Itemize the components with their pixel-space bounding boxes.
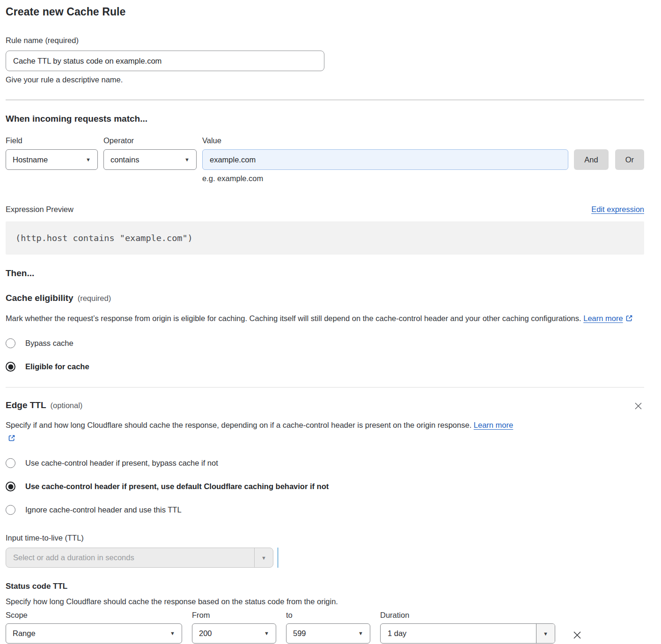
operator-select[interactable]: contains ▼ [103, 149, 197, 170]
edit-expression-link[interactable]: Edit expression [591, 205, 644, 214]
operator-select-value: contains [110, 155, 139, 164]
edge-ttl-close-button[interactable] [632, 400, 644, 412]
radio-circle-selected-icon [6, 482, 15, 491]
expression-header: Expression Preview Edit expression [6, 205, 644, 214]
chevron-down-icon: ▼ [86, 157, 91, 162]
scope-column: Scope Range ▼ [6, 611, 182, 644]
from-select[interactable]: 200 ▼ [192, 623, 276, 644]
value-label: Value [202, 136, 568, 145]
cache-eligibility-description-text: Mark whether the request’s response from… [6, 314, 581, 322]
edge-ttl-description-text: Specify if and how long Cloudflare shoul… [6, 421, 471, 429]
to-label: to [286, 611, 370, 620]
and-button[interactable]: And [574, 149, 608, 170]
status-code-ttl-row: Scope Range ▼ From 200 ▼ to 599 ▼ Durati… [6, 611, 644, 644]
value-input[interactable] [202, 149, 568, 170]
chevron-down-icon: ▼ [170, 631, 175, 636]
expression-code: (http.host contains "example.com") [15, 233, 193, 243]
section-divider-light [6, 387, 644, 388]
page-title: Create new Cache Rule [6, 6, 644, 18]
learn-more-label: Learn more [474, 421, 513, 429]
field-select-value: Hostname [13, 155, 48, 164]
radio-label: Use cache-control header if present, byp… [25, 459, 218, 468]
radio-option-ignore-header[interactable]: Ignore cache-control header and use this… [6, 505, 182, 515]
edge-ttl-heading-group: Edge TTL (optional) [6, 400, 82, 410]
ttl-select-placeholder: Select or add a duration in seconds [6, 553, 254, 562]
external-link-icon [625, 315, 633, 322]
chevron-down-icon: ▼ [264, 631, 269, 636]
scope-select[interactable]: Range ▼ [6, 623, 182, 644]
duration-column: Duration 1 day ▼ [380, 611, 555, 644]
close-icon [633, 401, 643, 411]
text-cursor [277, 548, 279, 568]
status-code-ttl-heading: Status code TTL [6, 582, 644, 591]
match-condition-row: Field Hostname ▼ Operator contains ▼ Val… [6, 136, 644, 183]
section-divider [6, 100, 644, 100]
radio-label: Eligible for cache [25, 362, 89, 371]
expression-preview-box: (http.host contains "example.com") [6, 221, 644, 255]
radio-label: Ignore cache-control header and use this… [25, 505, 182, 514]
radio-circle-selected-icon [6, 362, 15, 372]
chevron-down-icon: ▼ [358, 631, 363, 636]
operator-label: Operator [103, 136, 197, 145]
create-cache-rule-form: Create new Cache Rule Rule name (require… [0, 0, 661, 644]
cache-eligibility-heading-row: Cache eligibility (required) [6, 293, 644, 303]
then-heading: Then... [6, 268, 644, 278]
cache-eligibility-learn-more-link[interactable]: Learn more [583, 314, 632, 322]
chevron-down-icon: ▼ [184, 157, 190, 162]
duration-select[interactable]: 1 day ▼ [380, 623, 555, 644]
scope-select-value: Range [13, 629, 36, 638]
value-column: Value e.g. example.com [202, 136, 568, 183]
cache-eligibility-qualifier: (required) [78, 294, 111, 303]
value-helper: e.g. example.com [202, 174, 568, 183]
radio-circle-icon [6, 505, 15, 515]
ttl-input-row: Select or add a duration in seconds ▼ [6, 548, 644, 568]
from-select-value: 200 [199, 629, 212, 638]
cache-eligibility-description: Mark whether the request’s response from… [6, 312, 635, 325]
radio-circle-icon [6, 458, 15, 468]
radio-option-eligible-for-cache[interactable]: Eligible for cache [6, 362, 89, 372]
to-select[interactable]: 599 ▼ [286, 623, 370, 644]
radio-circle-icon [6, 338, 15, 348]
rule-name-helper: Give your rule a descriptive name. [6, 75, 644, 84]
ttl-duration-select[interactable]: Select or add a duration in seconds ▼ [6, 548, 273, 568]
external-link-icon [8, 434, 15, 442]
chevron-down-icon: ▼ [536, 624, 555, 643]
field-label: Field [6, 136, 98, 145]
expression-preview-label: Expression Preview [6, 205, 73, 214]
duration-select-value: 1 day [381, 629, 536, 638]
scope-label: Scope [6, 611, 182, 620]
learn-more-label: Learn more [583, 314, 623, 322]
status-code-ttl-description: Specify how long Cloudflare should cache… [6, 597, 644, 606]
chevron-down-icon: ▼ [254, 548, 273, 567]
or-button[interactable]: Or [615, 149, 644, 170]
condition-buttons: And Or [574, 136, 644, 170]
from-label: From [192, 611, 276, 620]
radio-label: Bypass cache [25, 339, 73, 348]
close-icon [572, 629, 583, 641]
edge-ttl-description: Specify if and how long Cloudflare shoul… [6, 418, 523, 445]
match-heading: When incoming requests match... [6, 114, 644, 124]
field-select[interactable]: Hostname ▼ [6, 149, 98, 170]
to-select-value: 599 [293, 629, 306, 638]
radio-option-use-header-default[interactable]: Use cache-control header if present, use… [6, 482, 329, 491]
ttl-input-label: Input time-to-live (TTL) [6, 534, 644, 542]
remove-status-row-button[interactable] [571, 629, 584, 642]
edge-ttl-heading-row: Edge TTL (optional) [6, 400, 644, 412]
cache-eligibility-heading: Cache eligibility [6, 293, 73, 303]
rule-name-input[interactable] [6, 51, 324, 71]
edge-ttl-qualifier: (optional) [51, 401, 83, 410]
to-column: to 599 ▼ [286, 611, 370, 644]
remove-row-wrap [571, 611, 584, 643]
radio-label: Use cache-control header if present, use… [25, 482, 329, 491]
from-column: From 200 ▼ [192, 611, 276, 644]
edge-ttl-heading: Edge TTL [6, 400, 46, 410]
operator-column: Operator contains ▼ [103, 136, 197, 170]
duration-label: Duration [380, 611, 555, 620]
rule-name-label: Rule name (required) [6, 36, 644, 45]
field-column: Field Hostname ▼ [6, 136, 98, 170]
radio-option-use-header-bypass[interactable]: Use cache-control header if present, byp… [6, 458, 218, 468]
radio-option-bypass-cache[interactable]: Bypass cache [6, 338, 73, 348]
